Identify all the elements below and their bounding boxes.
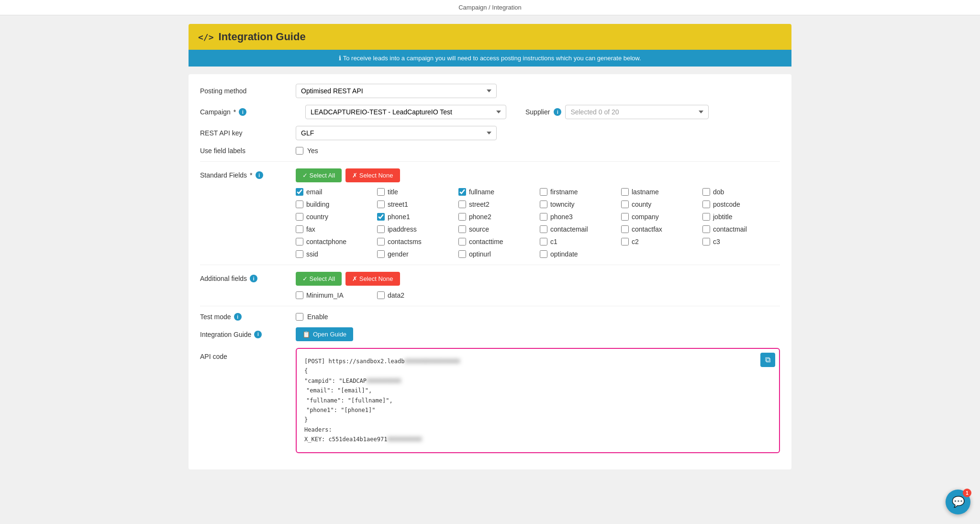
api-post-line: [POST] https://sandbox2.leadbXXXXXXXXXXX…: [304, 357, 771, 366]
api-email-line: "email": "[email]",: [304, 386, 771, 395]
field-firstname[interactable]: firstname: [540, 188, 617, 196]
breadcrumb: Campaign / Integration: [458, 4, 522, 11]
field-phone3[interactable]: phone3: [540, 213, 617, 221]
open-guide-label: Open Guide: [313, 331, 346, 338]
field-contacttime[interactable]: contacttime: [458, 238, 536, 245]
field-contactphone[interactable]: contactphone: [296, 238, 373, 245]
api-code-content: [POST] https://sandbox2.leadbXXXXXXXXXXX…: [304, 357, 771, 445]
additional-select-all-button[interactable]: ✓ Select All: [296, 272, 342, 286]
api-phone1-line: "phone1": "[phone1]": [304, 405, 771, 415]
field-phone1[interactable]: phone1: [377, 213, 455, 221]
field-lastname[interactable]: lastname: [621, 188, 699, 196]
standard-select-all-button[interactable]: ✓ Select All: [296, 168, 342, 182]
additional-fields-row: Additional fields i ✓ Select All ✗ Selec…: [200, 272, 780, 299]
use-field-labels-checkbox[interactable]: [296, 147, 303, 155]
field-company[interactable]: company: [621, 213, 699, 221]
field-title[interactable]: title: [377, 188, 455, 196]
field-street2[interactable]: street2: [458, 201, 536, 208]
field-contactemail[interactable]: contactemail: [540, 225, 617, 233]
api-copy-button[interactable]: ⧉: [760, 353, 775, 367]
field-ssid[interactable]: ssid: [296, 250, 373, 258]
api-campid-line: "campid": "LEADCAPXXXXXXXXXX: [304, 376, 771, 386]
field-country[interactable]: country: [296, 213, 373, 221]
test-mode-row: Test mode i Enable: [200, 313, 780, 321]
field-dob[interactable]: dob: [702, 188, 780, 196]
standard-fields-row: Standard Fields * i ✓ Select All ✗ Selec…: [200, 168, 780, 258]
api-code-box: [POST] https://sandbox2.leadbXXXXXXXXXXX…: [296, 348, 780, 453]
additional-fields-label: Additional fields: [200, 275, 247, 282]
field-towncity[interactable]: towncity: [540, 201, 617, 208]
campaign-label-wrapper: Campaign * i: [200, 108, 296, 116]
divider-2: [200, 265, 780, 265]
test-mode-checkbox-label: Enable: [307, 313, 328, 321]
standard-fields-label: Standard Fields: [200, 171, 247, 179]
posting-method-select[interactable]: Optimised REST API: [296, 84, 497, 98]
supplier-select[interactable]: Selected 0 of 20: [565, 105, 709, 119]
field-street1[interactable]: street1: [377, 201, 455, 208]
standard-fields-info-icon[interactable]: i: [256, 171, 263, 179]
standard-select-none-button[interactable]: ✗ Select None: [345, 168, 400, 182]
info-banner-text: ℹ To receive leads into a campaign you w…: [339, 55, 641, 62]
standard-fields-required: *: [250, 171, 252, 179]
field-email[interactable]: email: [296, 188, 373, 196]
field-gender[interactable]: gender: [377, 250, 455, 258]
field-c2[interactable]: c2: [621, 238, 699, 245]
test-mode-info-icon[interactable]: i: [234, 313, 242, 321]
campaign-select[interactable]: LEADCAPTUREIO-TEST - LeadCaptureIO Test: [305, 105, 506, 119]
api-headers-label: Headers:: [304, 425, 771, 435]
field-jobtitle[interactable]: jobtitle: [702, 213, 780, 221]
supplier-info-icon[interactable]: i: [554, 108, 561, 116]
form-section: Posting method Optimised REST API Campai…: [189, 74, 791, 469]
additional-select-none-button[interactable]: ✗ Select None: [345, 272, 400, 286]
test-mode-checkbox[interactable]: [296, 313, 303, 321]
field-fullname[interactable]: fullname: [458, 188, 536, 196]
page-title: Integration Guide: [219, 31, 306, 43]
campaign-supplier-row: Campaign * i LEADCAPTUREIO-TEST - LeadCa…: [200, 105, 780, 119]
use-field-labels-checkbox-wrapper[interactable]: Yes: [296, 147, 318, 155]
rest-api-key-label: REST API key: [200, 129, 296, 137]
open-guide-icon: 📋: [302, 331, 310, 338]
field-building[interactable]: building: [296, 201, 373, 208]
integration-guide-info-icon[interactable]: i: [254, 331, 262, 338]
api-code-row: API code [POST] https://sandbox2.leadbXX…: [200, 348, 780, 453]
blurred-key: XXXXXXXXXX: [387, 436, 422, 443]
blurred-url: XXXXXXXXXXXXXXXX: [405, 358, 460, 365]
field-fax[interactable]: fax: [296, 225, 373, 233]
rest-api-key-row: REST API key GLF: [200, 126, 780, 140]
field-contactfax[interactable]: contactfax: [621, 225, 699, 233]
copy-icon: ⧉: [765, 356, 770, 364]
campaign-label: Campaign: [200, 108, 231, 116]
open-guide-button[interactable]: 📋 Open Guide: [296, 327, 353, 341]
api-fullname-line: "fullname": "[fullname]",: [304, 396, 771, 405]
field-postcode[interactable]: postcode: [702, 201, 780, 208]
integration-guide-label-wrapper: Integration Guide i: [200, 331, 296, 338]
test-mode-label: Test mode: [200, 313, 231, 321]
field-optinurl[interactable]: optinurl: [458, 250, 536, 258]
field-phone2[interactable]: phone2: [458, 213, 536, 221]
test-mode-checkbox-wrapper[interactable]: Enable: [296, 313, 328, 321]
field-county[interactable]: county: [621, 201, 699, 208]
campaign-info-icon[interactable]: i: [239, 108, 246, 116]
field-c1[interactable]: c1: [540, 238, 617, 245]
integration-guide-label: Integration Guide: [200, 331, 251, 338]
field-contactsms[interactable]: contactsms: [377, 238, 455, 245]
field-data2[interactable]: data2: [377, 291, 455, 299]
api-code-wrapper: [POST] https://sandbox2.leadbXXXXXXXXXXX…: [296, 348, 780, 453]
api-code-label: API code: [200, 348, 296, 360]
blurred-campid: XXXXXXXXXX: [367, 378, 401, 384]
top-bar: Campaign / Integration: [0, 0, 980, 15]
api-xkey-line: X_KEY: c551dea14b1aee971XXXXXXXXXX: [304, 435, 771, 444]
rest-api-key-select[interactable]: GLF: [296, 126, 497, 140]
use-field-labels-row: Use field labels Yes: [200, 147, 780, 155]
field-minimum-ia[interactable]: Minimum_IA: [296, 291, 373, 299]
field-optindate[interactable]: optindate: [540, 250, 617, 258]
additional-fields-info-icon[interactable]: i: [250, 275, 257, 282]
field-source[interactable]: source: [458, 225, 536, 233]
campaign-required: *: [234, 108, 236, 116]
standard-fields-grid: email title fullname firstname lastname …: [296, 188, 780, 258]
field-ipaddress[interactable]: ipaddress: [377, 225, 455, 233]
supplier-label: Supplier: [525, 108, 550, 116]
posting-method-control: Optimised REST API: [296, 84, 780, 98]
field-c3[interactable]: c3: [702, 238, 780, 245]
field-contactmail[interactable]: contactmail: [702, 225, 780, 233]
